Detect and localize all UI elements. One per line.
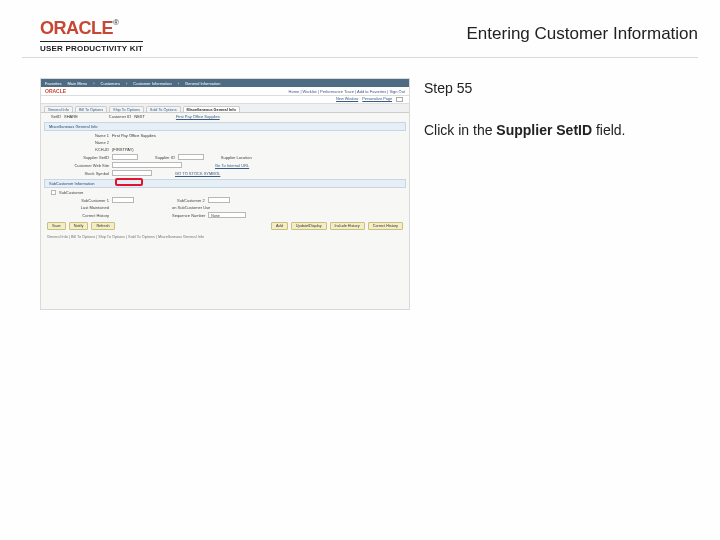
- ss-crumb3: General Information: [185, 81, 220, 86]
- ss-stock-link: GO TO STOCK SYMBOL: [175, 171, 220, 176]
- instruction-panel: Step 55 Click in the Supplier SetID fiel…: [424, 78, 698, 138]
- ss-row-website: Customer Web Site Go To Internal URL: [41, 161, 409, 169]
- ss-lastmaint-lbl: Last Maintained: [51, 205, 109, 210]
- product-name: USER PRODUCTIVITY KIT: [40, 41, 143, 53]
- ss-stock-lbl: Stock Symbol: [51, 171, 109, 176]
- ss-breadcrumb-bar: Favorites Main Menu › Customers › Custom…: [41, 79, 409, 87]
- oracle-wordmark: ORACLE: [40, 18, 113, 38]
- ss-update-button[interactable]: Update/Display: [291, 222, 327, 230]
- ss-row-ids: SetID SHARE Customer ID NEXT First Pay O…: [41, 113, 409, 120]
- ss-tab-shipto: Ship To Options: [109, 106, 144, 112]
- ss-sub2-input[interactable]: [208, 197, 230, 203]
- ss-web-input[interactable]: [112, 162, 182, 168]
- ss-setid-val: SHARE: [64, 114, 78, 119]
- ss-nav: ORACLE Home | Worklist | Performance Tra…: [41, 87, 409, 96]
- ss-section-subcust: SubCustomer Information: [44, 179, 406, 188]
- content-area: Favorites Main Menu › Customers › Custom…: [0, 58, 720, 310]
- ss-row-stock: Stock Symbol GO TO STOCK SYMBOL: [41, 169, 409, 177]
- ss-seqnum-lbl: Sequence Number: [172, 213, 205, 218]
- ss-http-icon: [396, 97, 403, 102]
- instr-suffix: field.: [592, 122, 625, 138]
- ss-row-subcust12: SubCustomer 1 SubCustomer 2: [41, 196, 409, 204]
- step-label: Step 55: [424, 80, 698, 96]
- ss-setid-lbl: SetID: [51, 114, 61, 119]
- ss-suppsetid-lbl: Supplier SetID: [51, 155, 109, 160]
- ss-sub2-lbl: SubCustomer 2: [177, 198, 205, 203]
- oracle-logo-block: ORACLE® USER PRODUCTIVITY KIT: [40, 18, 143, 53]
- ss-name2-lbl: Name 2: [51, 140, 109, 145]
- ss-subcust-chk-lbl: SubCustomer: [59, 190, 83, 195]
- instr-field: Supplier SetID: [496, 122, 592, 138]
- ss-supplier-id-input[interactable]: [178, 154, 204, 160]
- embedded-screenshot: Favorites Main Menu › Customers › Custom…: [40, 78, 410, 310]
- ss-kch-val: (FIRSTPAY): [112, 147, 134, 152]
- ss-home: Home: [289, 89, 300, 94]
- ss-onsub-lbl: on SubCustomer Use: [172, 205, 210, 210]
- ss-tab-general: General Info: [44, 106, 73, 112]
- ss-save-button[interactable]: Save: [47, 222, 66, 230]
- oracle-logo: ORACLE®: [40, 18, 143, 39]
- ss-row-kch: KCH-ID (FIRSTPAY): [41, 146, 409, 153]
- ss-fav: Favorites: [45, 81, 61, 86]
- ss-row-subcust-chk: SubCustomer: [41, 189, 409, 196]
- ss-name1-lbl: Name 1: [51, 133, 109, 138]
- instr-prefix: Click in the: [424, 122, 496, 138]
- ss-custid-lbl: Customer ID: [109, 114, 131, 119]
- ss-supplier-setid-input[interactable]: [112, 154, 138, 160]
- ss-custid-val: NEXT: [134, 114, 145, 119]
- ss-incl-button[interactable]: Include History: [330, 222, 365, 230]
- ss-footer-tabs: General Info | Bill To Options | Ship To…: [41, 233, 409, 241]
- ss-name1-val: First Pay Office Supplies: [112, 133, 156, 138]
- ss-tabs: General Info Bill To Options Ship To Opt…: [41, 104, 409, 113]
- ss-newwindow: New Window: [336, 97, 358, 102]
- ss-seqnum-select[interactable]: None: [208, 212, 246, 218]
- ss-signout: Sign Out: [389, 89, 405, 94]
- ss-perf: Performance Trace: [320, 89, 354, 94]
- ss-oracle-logo: ORACLE: [45, 88, 66, 94]
- ss-section-misc: Miscellaneous General Info: [44, 122, 406, 131]
- ss-gotourl: Go To Internal URL: [215, 163, 249, 168]
- ss-sub1-lbl: SubCustomer 1: [51, 198, 109, 203]
- ss-addfav: Add to Favorites: [357, 89, 386, 94]
- ss-kch-lbl: KCH-ID: [51, 147, 109, 152]
- ss-row-correct: Correct History Sequence Number None: [41, 211, 409, 219]
- ss-refresh-button[interactable]: Refresh: [91, 222, 114, 230]
- page-title: Entering Customer Information: [467, 18, 699, 44]
- registered-mark: ®: [113, 18, 119, 27]
- instruction-text: Click in the Supplier SetID field.: [424, 122, 698, 138]
- ss-subcust-checkbox[interactable]: [51, 190, 56, 195]
- ss-worklist: Worklist: [303, 89, 317, 94]
- ss-supploc-lbl: Supplier Location: [221, 155, 252, 160]
- ss-row-supplier: Supplier SetID Supplier ID Supplier Loca…: [41, 153, 409, 161]
- ss-add-button[interactable]: Add: [271, 222, 288, 230]
- ss-tab-misc: Miscellaneous General Info: [183, 106, 240, 112]
- ss-firstpay-link: First Pay Office Supplies: [176, 114, 220, 119]
- ss-button-row: Save Notify Refresh Add Update/Display I…: [41, 219, 409, 233]
- ss-stock-input[interactable]: [112, 170, 152, 176]
- ss-corr-button[interactable]: Correct History: [368, 222, 403, 230]
- ss-notify-button[interactable]: Notify: [69, 222, 89, 230]
- ss-main: Main Menu: [67, 81, 87, 86]
- ss-tab-soldto: Sold To Options: [146, 106, 181, 112]
- ss-row-name1: Name 1 First Pay Office Supplies: [41, 132, 409, 139]
- ss-suppid-lbl: Supplier ID: [155, 155, 175, 160]
- ss-crumb1: Customers: [101, 81, 120, 86]
- ss-crumb2: Customer Information: [133, 81, 171, 86]
- highlight-box: [115, 178, 143, 186]
- ss-correct-lbl: Correct History: [51, 213, 109, 218]
- ss-tab-billto: Bill To Options: [75, 106, 107, 112]
- ss-web-lbl: Customer Web Site: [51, 163, 109, 168]
- ss-userline: New Window Personalize Page: [41, 96, 409, 104]
- ss-row-lastmaint: Last Maintained on SubCustomer Use: [41, 204, 409, 211]
- ss-sub1-input[interactable]: [112, 197, 134, 203]
- ss-personalize: Personalize Page: [362, 97, 392, 102]
- ss-row-name2: Name 2: [41, 139, 409, 146]
